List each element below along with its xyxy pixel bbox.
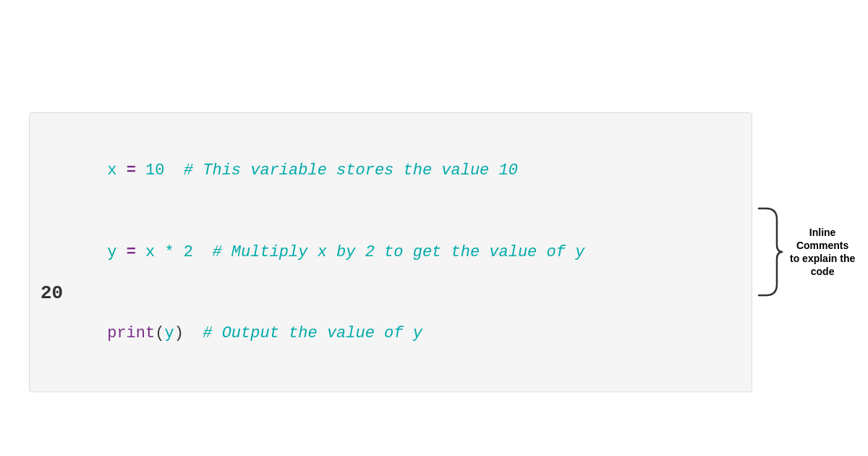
code-line-1: x = 10 # This variable stores the value … xyxy=(50,130,731,211)
annotation-text: Inline Comments to explain the code xyxy=(790,226,855,279)
main-content-area: x = 10 # This variable stores the value … xyxy=(29,112,855,392)
var-y2: y xyxy=(164,324,174,342)
var-x2: x xyxy=(136,243,165,261)
var-y: y xyxy=(107,243,116,261)
output-value: 20 xyxy=(41,282,63,304)
print-keyword: print xyxy=(107,324,155,342)
code-line-2: y = x * 2 # Multiply x by 2 to get the v… xyxy=(50,211,731,292)
curly-brace-icon xyxy=(755,205,784,299)
comment-1: # This variable stores the value 10 xyxy=(164,161,517,180)
num-10: 10 xyxy=(136,161,165,180)
space1 xyxy=(116,161,126,180)
space2 xyxy=(116,243,126,261)
paren-close: ) xyxy=(174,324,184,342)
code-line-3: print(y) # Output the value of y xyxy=(50,292,731,373)
comment-3: # Output the value of y xyxy=(184,324,422,342)
equals-1: = xyxy=(127,161,136,180)
operator-mult: * xyxy=(164,243,174,261)
comment-2: # Multiply x by 2 to get the value of y xyxy=(193,243,584,261)
code-block: x = 10 # This variable stores the value … xyxy=(29,112,752,392)
num-2: 2 xyxy=(174,243,193,261)
equals-2: = xyxy=(127,243,136,261)
paren-open: ( xyxy=(155,324,164,342)
brace-annotation-container: Inline Comments to explain the code xyxy=(755,205,855,299)
var-x: x xyxy=(107,161,116,180)
